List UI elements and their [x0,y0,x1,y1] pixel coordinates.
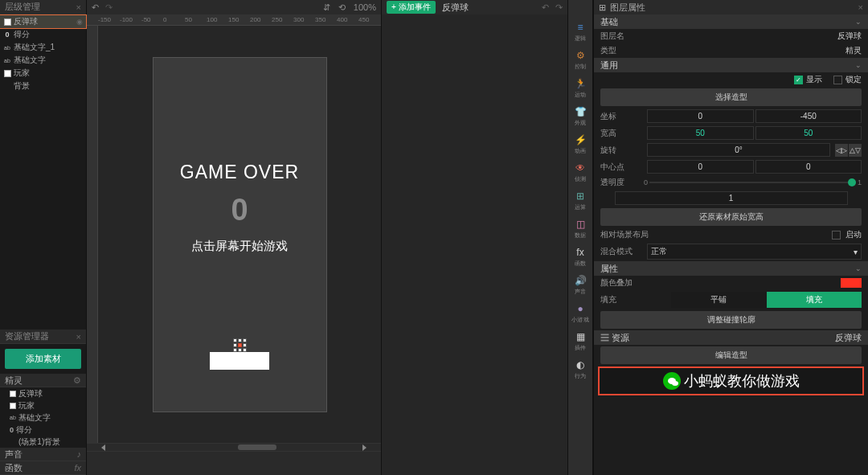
layer-name-value[interactable]: 反弹球 [837,31,862,42]
collision-button[interactable]: 调整碰撞轮廓 [600,311,862,329]
visibility-icon[interactable]: ◉ [76,18,83,26]
rail-逻辑[interactable]: ≡逻辑 [569,19,592,44]
close-icon[interactable]: × [76,332,81,342]
horizontal-scrollbar[interactable] [87,443,381,451]
opacity-slider[interactable] [649,182,856,183]
close-icon[interactable]: × [76,2,81,12]
res-item-score[interactable]: 0得分 [0,424,86,436]
width-input[interactable]: 50 [647,126,754,140]
center-x-input[interactable]: 0 [647,160,754,174]
opacity-value[interactable]: 1 [615,191,848,205]
show-checkbox[interactable]: ✓ [794,76,803,84]
layer-list: 反弹球 ◉ 0 得分 ab 基础文字_1 ab 基础文字 玩家 背景 [0,14,86,93]
category-rail: ≡逻辑⚙控制🏃运动👕外观⚡动画👁侦测⊞运算◫数据fx函数🔊声音●小游戏▦插件◐行… [567,0,593,475]
canvas-toolbar: ↶ ↷ ⇵ ⟲ 100% [87,0,381,14]
props-panel-header: ⊞ 图层属性 × [594,0,868,14]
hint-text: 点击屏幕开始游戏 [154,239,326,254]
blend-select[interactable]: 正常▾ [647,244,862,260]
select-shape-button[interactable]: 选择造型 [600,88,862,106]
redo-icon[interactable]: ↷ [105,2,113,13]
rail-小游戏[interactable]: ●小游戏 [569,301,592,326]
rail-侦测[interactable]: 👁侦测 [569,160,592,185]
zoom-reset-icon[interactable]: ⟲ [338,2,346,13]
section-resources[interactable]: ☰ 资源 反弹球 [594,330,868,345]
layer-item-score[interactable]: 0 得分 [0,28,86,41]
zero-icon: 0 [3,31,11,39]
height-input[interactable]: 50 [755,126,862,140]
rect-icon [3,69,11,77]
tint-color-swatch[interactable] [841,278,862,288]
rotation-input[interactable]: 0° [647,143,830,157]
resource-icon: ☰ [600,333,612,342]
res-item-text[interactable]: ab基础文字 [0,412,86,424]
timeline[interactable] [87,451,381,475]
add-event-button[interactable]: + 添加事件 [387,1,436,14]
wechat-callout: 小蚂蚁教你做游戏 [598,366,864,395]
zoom-level[interactable]: 100% [354,2,376,12]
layer-item-ball[interactable]: 反弹球 ◉ [0,15,86,28]
text-icon: ab [3,43,11,51]
rail-控制[interactable]: ⚙控制 [569,47,592,72]
res-item-bg[interactable]: (场景1)背景 [0,436,86,448]
settings-icon[interactable]: ⚙ [73,375,81,386]
tile-toggle[interactable]: 平铺 [671,292,767,308]
flip-v-icon[interactable]: △▽ [849,144,862,157]
rail-运动[interactable]: 🏃运动 [569,76,592,100]
event-object-name: 反弹球 [442,2,469,14]
center-y-input[interactable]: 0 [755,160,862,174]
coord-x-input[interactable]: 0 [647,109,754,123]
canvas-stage: GAME OVER 0 点击屏幕开始游戏 [98,26,381,443]
rail-运算[interactable]: ⊞运算 [569,188,592,213]
layer-item-text[interactable]: ab 基础文字 [0,54,86,67]
edit-shape-button[interactable]: 编辑造型 [600,346,862,364]
event-toolbar: + 添加事件 反弹球 ↶ ↷ [382,0,567,14]
undo-icon[interactable]: ↶ [542,2,549,13]
rect-icon [3,18,11,26]
undo-icon[interactable]: ↶ [92,2,99,13]
layer-item-player[interactable]: 玩家 [0,67,86,80]
rail-声音[interactable]: 🔊声音 [569,272,592,297]
layer-item-bg[interactable]: 背景 [0,80,86,92]
close-icon[interactable]: × [858,2,863,12]
sprite-group-header[interactable]: 精灵 ⚙ [0,374,86,387]
lock-checkbox[interactable] [833,76,842,84]
rail-数据[interactable]: ◫数据 [569,216,592,241]
scroll-right-icon [362,444,366,451]
rail-行为[interactable]: ◐行为 [569,357,592,382]
ruler-horizontal: -150-100-50050100150200250300350400450 [87,14,381,26]
paddle-sprite[interactable] [210,352,269,370]
event-body[interactable] [382,14,567,475]
flip-h-icon[interactable]: ◁▷ [835,144,848,157]
restore-size-button[interactable]: 还原素材原始宽高 [600,208,862,226]
scroll-left-icon [101,444,105,451]
adjust-icon[interactable]: ⇵ [323,2,330,13]
section-basic[interactable]: 基础⌄ [594,14,868,29]
func-group-header[interactable]: 函数 fx [0,461,86,475]
wechat-icon [663,372,681,390]
rail-函数[interactable]: fx函数 [569,244,592,269]
enable-checkbox[interactable] [832,231,841,240]
text-icon: ab [3,56,11,64]
phone-frame[interactable]: GAME OVER 0 点击屏幕开始游戏 [154,58,326,412]
sound-group-header[interactable]: 声音 ♪ [0,448,86,461]
res-item-ball[interactable]: 反弹球 [0,387,86,399]
properties-icon: ⊞ [599,2,606,13]
sound-icon: ♪ [77,449,82,459]
rail-外观[interactable]: 👕外观 [569,104,592,129]
redo-icon[interactable]: ↷ [555,2,563,13]
blank-icon [3,82,11,90]
section-general[interactable]: 通用⌄ [594,58,868,72]
layer-item-text1[interactable]: ab 基础文字_1 [0,41,86,54]
section-attributes[interactable]: 属性⌄ [594,261,868,276]
rail-动画[interactable]: ⚡动画 [569,132,592,157]
rail-插件[interactable]: ▦插件 [569,329,592,354]
resource-title: 资源管理器 [5,330,49,342]
layers-title: 层级管理 [5,1,40,13]
coord-y-input[interactable]: -450 [755,109,862,123]
layers-panel-header: 层级管理 × [0,0,86,14]
score-text: 0 [154,193,326,227]
fill-toggle[interactable]: 填充 [767,292,862,308]
res-item-player[interactable]: 玩家 [0,399,86,412]
add-asset-button[interactable]: 添加素材 [5,349,81,369]
game-over-text: GAME OVER [154,162,326,183]
